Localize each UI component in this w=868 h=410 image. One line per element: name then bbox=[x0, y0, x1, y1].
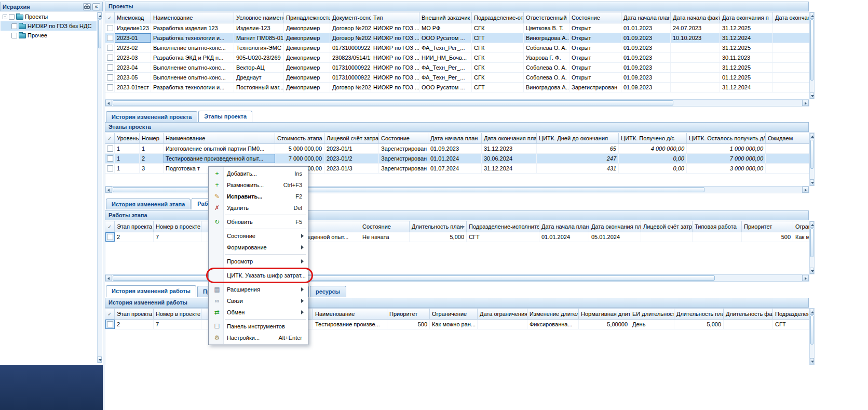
tab[interactable]: ресурсы bbox=[310, 286, 346, 297]
column-header[interactable]: ЦИТК. Осталось получить д/с bbox=[687, 133, 766, 144]
cell[interactable]: 31.12.2023 bbox=[482, 144, 537, 153]
table-row[interactable]: 2023-01тестРазработка технологии и...Пос… bbox=[105, 83, 809, 92]
cell[interactable]: 2023-01/1 bbox=[324, 144, 379, 153]
column-header[interactable]: Дата начала план. bbox=[621, 12, 671, 23]
cell[interactable]: 3 bbox=[140, 164, 164, 173]
cell[interactable]: Зарегистрирован bbox=[379, 154, 428, 163]
cell[interactable]: Открыт bbox=[569, 43, 621, 52]
column-header[interactable]: Лицевой счёт затр bbox=[641, 221, 693, 232]
scrollbar-thumb[interactable] bbox=[810, 315, 813, 345]
column-header[interactable]: Этап проекта bbox=[115, 221, 154, 232]
cell[interactable]: 05.01.2024 bbox=[589, 232, 641, 242]
cell[interactable]: 2023-05 bbox=[115, 73, 151, 82]
cell[interactable]: 431 bbox=[537, 164, 619, 173]
menu-item[interactable]: +Добавить...Ins bbox=[209, 168, 307, 179]
cell[interactable]: 1 bbox=[115, 154, 140, 163]
scroll-left-button[interactable] bbox=[105, 187, 112, 193]
cell[interactable] bbox=[766, 164, 809, 173]
cell[interactable]: 2 bbox=[115, 232, 154, 242]
column-header[interactable]: Стоимость этапа bbox=[275, 133, 324, 144]
cell[interactable]: 905-U020-23/269 bbox=[234, 53, 284, 62]
cell[interactable] bbox=[641, 232, 693, 242]
scroll-down-button[interactable] bbox=[810, 358, 814, 364]
cell[interactable] bbox=[773, 23, 809, 33]
cell[interactable]: 30.06.2024 bbox=[482, 154, 537, 163]
row-checkbox[interactable] bbox=[105, 320, 115, 329]
cell[interactable]: Дреднаут bbox=[234, 73, 284, 82]
cell[interactable]: 01.09.2023 bbox=[428, 144, 482, 153]
scroll-right-button[interactable] bbox=[802, 275, 809, 281]
select-all-checkbox[interactable] bbox=[105, 308, 115, 320]
cell[interactable] bbox=[724, 320, 773, 329]
cell[interactable]: НИОКР по ГОЗ ... bbox=[371, 83, 419, 92]
column-header[interactable]: Длительность план bbox=[410, 221, 467, 232]
cell[interactable]: Магнит ПМ085-01 bbox=[234, 33, 284, 43]
cell[interactable]: Изготовление опытной партии ПМ0... bbox=[164, 144, 275, 153]
scroll-up-button[interactable] bbox=[810, 12, 814, 19]
row-checkbox[interactable] bbox=[105, 33, 115, 43]
cell[interactable] bbox=[773, 63, 809, 72]
column-header[interactable]: Дата начала план. bbox=[539, 221, 589, 232]
tab[interactable]: Этапы проекта bbox=[198, 111, 252, 122]
cell[interactable]: Договор №202... bbox=[330, 33, 371, 43]
work-history-vscrollbar[interactable] bbox=[809, 308, 815, 365]
cell[interactable]: Уварова Г. Ф. bbox=[524, 53, 569, 62]
cell[interactable]: Зарегистрирован bbox=[569, 83, 621, 92]
row-checkbox[interactable] bbox=[105, 144, 115, 153]
cell[interactable]: Зарегистрирован bbox=[379, 144, 428, 153]
cell[interactable]: 1 bbox=[140, 144, 164, 153]
cell[interactable]: Демопример bbox=[284, 33, 330, 43]
cell[interactable]: 01.09.2023 bbox=[621, 73, 671, 82]
cell[interactable]: 31.12.2025 bbox=[720, 43, 773, 52]
scroll-up-button[interactable] bbox=[810, 133, 814, 139]
cell[interactable]: 01.09.2023 bbox=[621, 53, 671, 62]
cell[interactable]: 5,00000 bbox=[579, 320, 630, 329]
cell[interactable]: ФА_Техн_Рег_... bbox=[419, 73, 472, 82]
column-header[interactable]: Длительность фак bbox=[724, 308, 773, 320]
cell[interactable]: 230823/0514/136 bbox=[330, 53, 371, 62]
cell[interactable]: 01.01.2023 bbox=[621, 23, 671, 33]
cell[interactable] bbox=[671, 73, 720, 82]
stages-vscrollbar[interactable] bbox=[809, 133, 815, 186]
cell[interactable]: СГК bbox=[472, 53, 524, 62]
cell[interactable]: 017310000922... bbox=[330, 63, 371, 72]
cell[interactable] bbox=[693, 232, 742, 242]
cell[interactable]: 24.07.2023 bbox=[671, 23, 720, 33]
cell[interactable] bbox=[773, 53, 809, 62]
binoculars-icon[interactable] bbox=[83, 3, 91, 10]
cell[interactable]: НИОКР по ГОЗ ... bbox=[371, 23, 419, 33]
cell[interactable]: 01.01.2024 bbox=[428, 154, 482, 163]
cell[interactable]: НИОКР по ГОЗ ... bbox=[371, 73, 419, 82]
cell[interactable]: ФА_Техн_Рег_... bbox=[419, 63, 472, 72]
cell[interactable]: 2 bbox=[140, 154, 164, 163]
cell[interactable]: СГК bbox=[472, 63, 524, 72]
cell[interactable]: 30.11.2023 bbox=[720, 53, 773, 62]
cell[interactable]: НИОКР по ГОЗ ... bbox=[371, 53, 419, 62]
cell[interactable]: Изделие123 bbox=[115, 23, 151, 33]
column-header[interactable]: Лицевой счёт затрат bbox=[324, 133, 379, 144]
menu-item[interactable]: ↻ОбновитьF5 bbox=[209, 216, 307, 228]
menu-item[interactable]: ⚙Настройки...Alt+Enter bbox=[209, 332, 307, 343]
cell[interactable]: Тестирование произве... bbox=[313, 320, 387, 329]
row-checkbox[interactable] bbox=[105, 63, 115, 72]
cell[interactable] bbox=[766, 154, 809, 163]
column-header[interactable]: Тип bbox=[371, 12, 419, 23]
cell[interactable]: СГТ bbox=[472, 33, 524, 43]
cell[interactable]: 31.12.2024 bbox=[720, 33, 773, 43]
menu-item[interactable]: ∞Связи bbox=[209, 295, 307, 307]
projects-hscrollbar[interactable] bbox=[105, 99, 809, 107]
hierarchy-scrollbar[interactable] bbox=[97, 12, 102, 363]
row-checkbox[interactable] bbox=[105, 43, 115, 52]
cell[interactable]: Технология-ЭМС bbox=[234, 43, 284, 52]
cell[interactable]: 2 bbox=[115, 320, 154, 329]
scrollbar-thumb[interactable] bbox=[810, 228, 813, 257]
column-header[interactable]: Дата окончания план bbox=[482, 133, 537, 144]
works-vscrollbar[interactable] bbox=[809, 221, 815, 274]
row-checkbox[interactable] bbox=[105, 53, 115, 62]
cell[interactable]: 31.12.2025 bbox=[720, 23, 773, 33]
cell[interactable]: 1 bbox=[115, 144, 140, 153]
collapse-panel-button[interactable] bbox=[92, 3, 100, 10]
cell[interactable]: ООО Русатом ... bbox=[419, 83, 472, 92]
cell[interactable]: 10.10.2023 bbox=[671, 33, 720, 43]
row-checkbox[interactable] bbox=[105, 164, 115, 173]
